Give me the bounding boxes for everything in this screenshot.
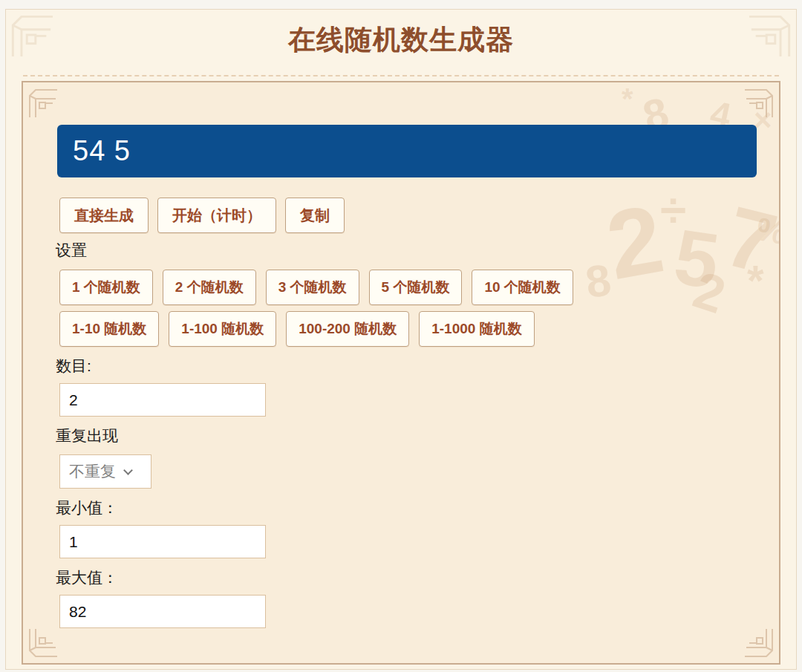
min-value-input[interactable] [59, 525, 266, 558]
preset-range-row: 1-10 随机数 1-100 随机数 100-200 随机数 1-1000 随机… [59, 311, 779, 347]
settings-label: 设置 [56, 240, 779, 261]
copy-button[interactable]: 复制 [285, 198, 345, 233]
fret-corner-ornament-icon [745, 629, 775, 659]
min-value-label: 最小值： [56, 498, 779, 518]
fret-corner-ornament-icon [27, 629, 57, 659]
preset-range-100-200-button[interactable]: 100-200 随机数 [286, 311, 409, 347]
dashed-divider [23, 75, 779, 76]
preset-3-random-button[interactable]: 3 个随机数 [266, 270, 359, 305]
generator-panel: * 8 4 × ÷ 2 5 7 2 * 8 % [22, 81, 780, 665]
panel-content: 54 5 直接生成 开始（计时） 复制 设置 1 个随机数 2 个随机数 3 个… [23, 82, 779, 628]
preset-10-random-button[interactable]: 10 个随机数 [472, 270, 573, 305]
page-title: 在线随机数生成器 [6, 22, 796, 59]
generate-button[interactable]: 直接生成 [59, 198, 149, 233]
preset-range-1-1000-button[interactable]: 1-1000 随机数 [419, 311, 534, 347]
start-timed-button[interactable]: 开始（计时） [157, 198, 276, 233]
page: 在线随机数生成器 * 8 4 × ÷ 2 5 7 2 * 8 % [0, 0, 802, 672]
count-label: 数目: [56, 356, 779, 376]
max-value-label: 最大值： [56, 567, 779, 588]
preset-2-random-button[interactable]: 2 个随机数 [163, 270, 256, 305]
preset-1-random-button[interactable]: 1 个随机数 [59, 270, 153, 305]
actions-row: 直接生成 开始（计时） 复制 [59, 198, 779, 233]
max-value-input[interactable] [59, 595, 266, 628]
repeat-select-value: 不重复 [69, 461, 116, 482]
count-input[interactable] [59, 383, 266, 417]
repeat-label: 重复出现 [56, 425, 779, 446]
repeat-select[interactable]: 不重复 [59, 454, 151, 489]
preset-range-1-10-button[interactable]: 1-10 随机数 [59, 311, 159, 347]
result-display: 54 5 [57, 125, 757, 177]
chevron-down-icon [123, 466, 133, 475]
main-container: 在线随机数生成器 * 8 4 × ÷ 2 5 7 2 * 8 % [5, 9, 797, 670]
preset-count-row: 1 个随机数 2 个随机数 3 个随机数 5 个随机数 10 个随机数 [59, 270, 779, 305]
preset-range-1-100-button[interactable]: 1-100 随机数 [169, 311, 276, 347]
preset-5-random-button[interactable]: 5 个随机数 [369, 270, 463, 305]
